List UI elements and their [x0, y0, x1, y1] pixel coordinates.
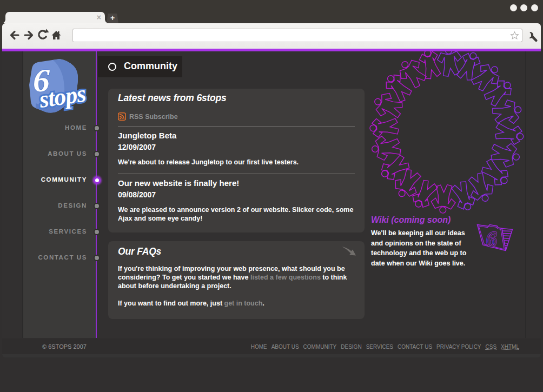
svg-text:6: 6	[485, 227, 498, 250]
